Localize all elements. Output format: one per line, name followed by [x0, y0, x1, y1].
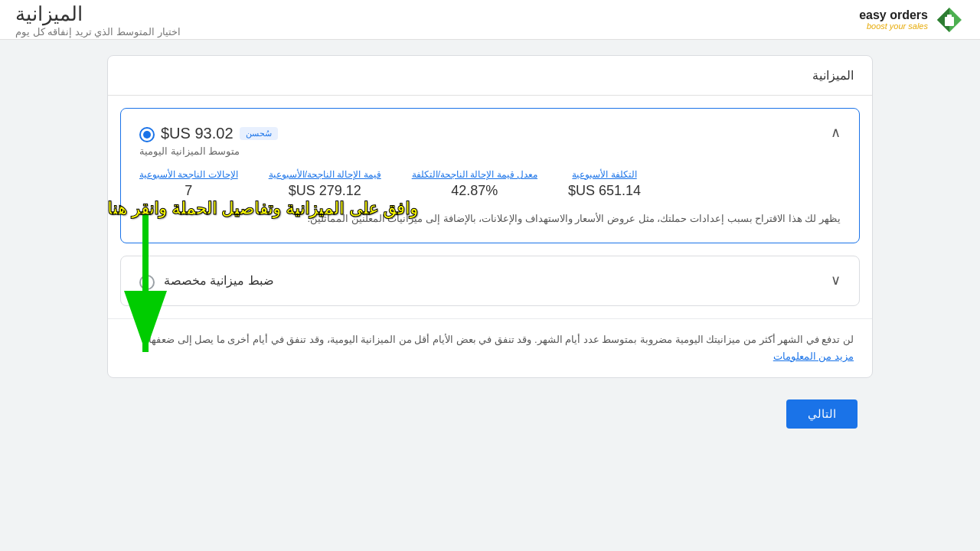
- logo: easy orders boost your sales: [859, 5, 965, 35]
- suggested-note: يظهر لك هذا الاقتراح بسبب إعدادات حملتك،…: [139, 211, 841, 227]
- more-info-link[interactable]: مزيد من المعلومات: [773, 350, 854, 362]
- radio-suggested[interactable]: [139, 127, 155, 142]
- bottom-note: لن تدفع في الشهر أكثر من ميزانيتك اليومي…: [108, 318, 872, 377]
- collapse-icon[interactable]: ∧: [831, 124, 841, 141]
- suggested-badge: سُحسن: [240, 127, 278, 140]
- option-custom[interactable]: ∨ ضبط ميزانية مخصصة: [120, 256, 860, 306]
- expand-icon[interactable]: ∨: [831, 272, 841, 289]
- stat-weekly-cost-label: التكلفة الأسبوعية: [568, 169, 641, 180]
- page-title: الميزانية: [15, 2, 181, 26]
- logo-text: easy orders boost your sales: [859, 8, 928, 31]
- next-button[interactable]: التالي: [786, 399, 858, 429]
- option-custom-header: ∨ ضبط ميزانية مخصصة: [139, 272, 841, 290]
- stat-weekly-cost-value: $US 651.14: [568, 183, 641, 199]
- page-subtitle: اختيار المتوسط الذي تريد إنفاقه كل يوم: [15, 26, 181, 37]
- card-header: الميزانية: [108, 56, 872, 96]
- option-suggested[interactable]: ∧ سُحسن $US 93.02 متوسط الميزانية اليومي…: [120, 108, 860, 243]
- stat-conv-value-label: قيمة الإحالة الناجحة/الأسبوعية: [269, 169, 381, 180]
- stat-weekly-conv-label: الإحالات الناجحة الأسبوعية: [139, 169, 238, 180]
- stat-conv-rate-value: 42.87%: [412, 183, 537, 199]
- green-arrow-icon: [100, 214, 191, 383]
- budget-card: الميزانية ∧ سُحسن $US 93.02 متوسط الميزا…: [107, 55, 873, 378]
- logo-icon: [934, 5, 965, 35]
- stat-conv-value: قيمة الإحالة الناجحة/الأسبوعية $US 279.1…: [269, 169, 381, 199]
- stat-conv-value-value: $US 279.12: [269, 183, 381, 199]
- logo-boost: boost your sales: [859, 21, 928, 31]
- stat-weekly-conv: الإحالات الناجحة الأسبوعية 7: [139, 169, 238, 199]
- logo-easy-orders: easy orders: [859, 8, 928, 22]
- stat-conv-rate-label: معدل قيمة الإحالة الناجحة/التكلفة: [412, 169, 537, 180]
- price-row: سُحسن $US 93.02: [139, 124, 278, 142]
- main-content: الميزانية ∧ سُحسن $US 93.02 متوسط الميزا…: [92, 40, 888, 465]
- card-body: ∧ سُحسن $US 93.02 متوسط الميزانية اليومي…: [108, 108, 872, 377]
- header: easy orders boost your sales الميزانية ا…: [0, 0, 980, 40]
- option-suggested-info: سُحسن $US 93.02 متوسط الميزانية اليومية: [139, 124, 278, 157]
- card-header-label: الميزانية: [812, 69, 854, 82]
- page-title-area: الميزانية اختيار المتوسط الذي تريد إنفاق…: [15, 2, 181, 37]
- stats-row: التكلفة الأسبوعية $US 651.14 معدل قيمة ا…: [139, 169, 841, 199]
- daily-avg-label: متوسط الميزانية اليومية: [139, 145, 240, 157]
- stat-weekly-conv-value: 7: [139, 183, 238, 199]
- bottom-note-text: لن تدفع في الشهر أكثر من ميزانيتك اليومي…: [145, 334, 854, 345]
- svg-rect-3: [947, 15, 952, 19]
- footer-area: التالي: [107, 378, 873, 450]
- suggested-price: $US 93.02: [161, 125, 234, 142]
- stat-weekly-cost: التكلفة الأسبوعية $US 651.14: [568, 169, 641, 199]
- stat-conv-rate: معدل قيمة الإحالة الناجحة/التكلفة 42.87%: [412, 169, 537, 199]
- option-suggested-header: ∧ سُحسن $US 93.02 متوسط الميزانية اليومي…: [139, 124, 841, 157]
